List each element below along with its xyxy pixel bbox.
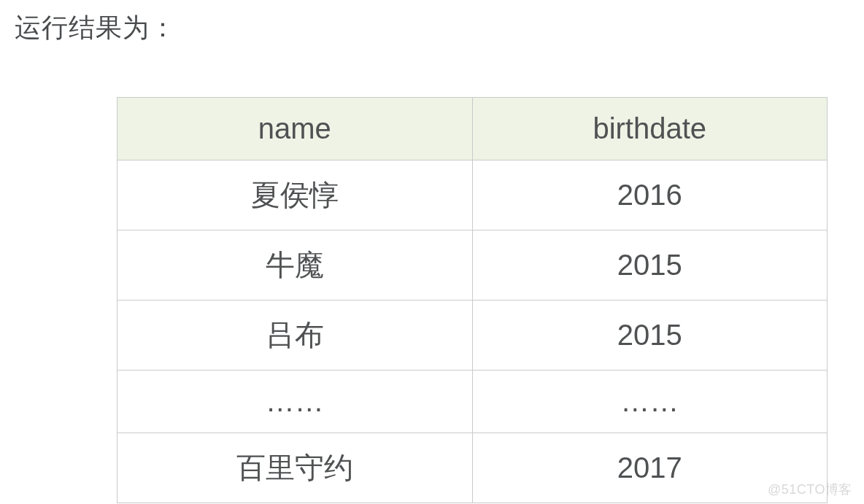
table-row: 百里守约 2017 (117, 433, 828, 503)
intro-text: 运行结果为： (15, 10, 849, 46)
table-row: …… …… (117, 371, 828, 433)
cell-birthdate: …… (472, 371, 828, 433)
col-header-name: name (117, 98, 473, 160)
cell-name: 吕布 (117, 301, 473, 371)
cell-birthdate: 2015 (472, 230, 828, 301)
table-row: 夏侯惇 2016 (117, 160, 828, 230)
cell-name: 百里守约 (117, 433, 473, 503)
cell-birthdate: 2016 (472, 160, 828, 230)
watermark: @51CTO博客 (768, 481, 852, 498)
table-row: 吕布 2015 (117, 301, 828, 371)
col-header-birthdate: birthdate (472, 98, 828, 160)
cell-name: …… (117, 371, 473, 433)
cell-name: 夏侯惇 (117, 160, 473, 230)
result-table-container: name birthdate 夏侯惇 2016 牛魔 2015 吕布 2015 … (15, 97, 849, 503)
cell-birthdate: 2015 (472, 301, 828, 371)
cell-name: 牛魔 (117, 230, 473, 301)
table-row: 牛魔 2015 (117, 230, 828, 301)
table-header-row: name birthdate (117, 98, 828, 160)
result-table: name birthdate 夏侯惇 2016 牛魔 2015 吕布 2015 … (117, 97, 828, 503)
